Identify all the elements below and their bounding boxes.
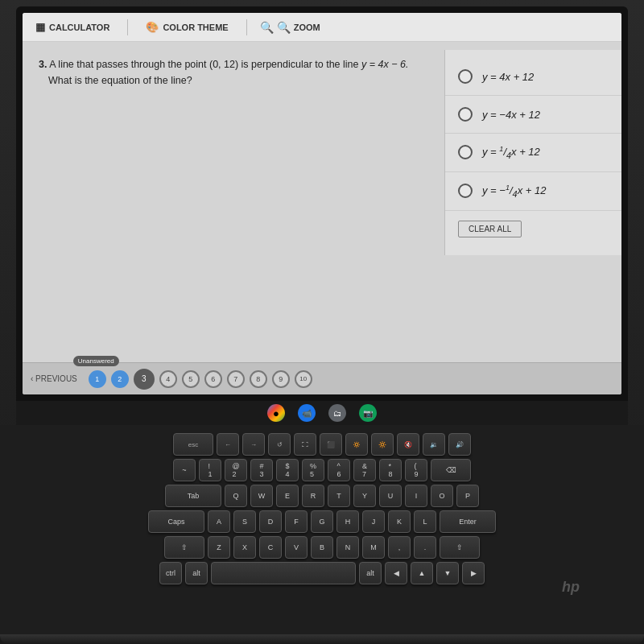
key-1[interactable]: !1 bbox=[199, 459, 221, 481]
key-enter[interactable]: Enter bbox=[440, 510, 496, 533]
nav-dot-3[interactable]: 3 bbox=[134, 369, 155, 390]
key-2[interactable]: @2 bbox=[225, 459, 247, 481]
calculator-button[interactable]: ▦ CALCULATOR bbox=[31, 18, 114, 36]
radio-b[interactable] bbox=[458, 107, 473, 122]
key-r[interactable]: R bbox=[302, 485, 324, 507]
key-back[interactable]: ← bbox=[217, 433, 239, 456]
key-v[interactable]: V bbox=[285, 536, 308, 559]
key-period[interactable]: . bbox=[414, 536, 436, 559]
key-7[interactable]: &7 bbox=[353, 459, 376, 481]
key-3[interactable]: #3 bbox=[250, 459, 273, 481]
key-refresh[interactable]: ↺ bbox=[268, 433, 291, 456]
main-content: 3. A line that passes through the point … bbox=[23, 42, 621, 394]
key-arrow-down[interactable]: ▼ bbox=[436, 562, 459, 584]
key-esc[interactable]: esc bbox=[173, 433, 213, 456]
key-q[interactable]: Q bbox=[225, 485, 247, 507]
key-tab[interactable]: Tab bbox=[165, 485, 221, 507]
key-h[interactable]: H bbox=[336, 510, 359, 533]
nav-dot-8[interactable]: 8 bbox=[250, 370, 267, 388]
key-ctrl[interactable]: ctrl bbox=[159, 562, 182, 584]
choice-b[interactable]: y = −4x + 12 bbox=[445, 96, 621, 134]
key-tilde[interactable]: ~ bbox=[173, 459, 196, 481]
choice-a-text: y = 4x + 12 bbox=[482, 71, 534, 83]
key-arrow-left[interactable]: ◀ bbox=[385, 562, 407, 584]
key-z[interactable]: Z bbox=[208, 536, 230, 559]
key-fullscreen[interactable]: ⛶ bbox=[294, 433, 316, 456]
key-n[interactable]: N bbox=[336, 536, 359, 559]
key-space[interactable] bbox=[211, 562, 356, 584]
key-arrow-right[interactable]: ▶ bbox=[462, 562, 485, 584]
key-comma[interactable]: , bbox=[388, 536, 411, 559]
key-k[interactable]: K bbox=[388, 510, 411, 533]
nav-dot-2[interactable]: 2 bbox=[111, 370, 129, 388]
key-y[interactable]: Y bbox=[353, 485, 376, 507]
radio-d[interactable] bbox=[458, 184, 473, 198]
files-icon[interactable]: 🗂 bbox=[328, 404, 346, 422]
key-bright-down[interactable]: 🔅 bbox=[345, 433, 368, 456]
key-shift-left[interactable]: ⇧ bbox=[164, 536, 204, 559]
key-8[interactable]: *8 bbox=[379, 459, 402, 481]
key-e[interactable]: E bbox=[276, 485, 299, 507]
nav-dot-1[interactable]: 1 bbox=[89, 370, 106, 388]
chrome-icon[interactable]: ● bbox=[267, 404, 285, 422]
key-c[interactable]: C bbox=[259, 536, 282, 559]
key-6[interactable]: ^6 bbox=[328, 459, 350, 481]
question-body: A line that passes through the point (0,… bbox=[49, 59, 408, 70]
radio-c[interactable] bbox=[458, 145, 473, 159]
key-p[interactable]: P bbox=[456, 485, 479, 507]
nav-dot-5[interactable]: 5 bbox=[182, 370, 200, 388]
key-shift-right[interactable]: ⇧ bbox=[440, 536, 480, 559]
key-mute[interactable]: 🔇 bbox=[397, 433, 419, 456]
key-a[interactable]: A bbox=[208, 510, 230, 533]
key-bright-up[interactable]: 🔆 bbox=[371, 433, 394, 456]
key-t[interactable]: T bbox=[328, 485, 350, 507]
key-x[interactable]: X bbox=[233, 536, 256, 559]
key-4[interactable]: $4 bbox=[276, 459, 299, 481]
nav-dot-10[interactable]: 10 bbox=[295, 370, 312, 388]
key-windows[interactable]: ⬛ bbox=[320, 433, 342, 456]
previous-button[interactable]: ‹ PREVIOUS bbox=[31, 374, 77, 383]
key-alt-right[interactable]: alt bbox=[359, 562, 382, 584]
choice-d[interactable]: y = −1/4x + 12 bbox=[445, 172, 621, 211]
key-j[interactable]: J bbox=[362, 510, 385, 533]
question-number: 3. bbox=[39, 59, 47, 70]
key-fwd[interactable]: → bbox=[242, 433, 265, 456]
zoom-out-icon[interactable]: 🔍 bbox=[260, 21, 274, 34]
nav-dot-3-container: Unanswered 1 bbox=[89, 370, 106, 388]
key-caps[interactable]: Caps bbox=[148, 510, 204, 533]
key-d[interactable]: D bbox=[259, 510, 282, 533]
key-i[interactable]: I bbox=[405, 485, 427, 507]
key-m[interactable]: M bbox=[362, 536, 385, 559]
radio-a[interactable] bbox=[458, 69, 473, 84]
nav-dot-4[interactable]: 4 bbox=[159, 370, 177, 388]
key-w[interactable]: W bbox=[250, 485, 273, 507]
nav-dot-7[interactable]: 7 bbox=[227, 370, 245, 388]
key-backspace[interactable]: ⌫ bbox=[431, 459, 471, 481]
key-9[interactable]: (9 bbox=[405, 459, 427, 481]
nav-dot-6[interactable]: 6 bbox=[204, 370, 222, 388]
keyboard-area: esc ← → ↺ ⛶ ⬛ 🔅 🔆 🔇 🔉 🔊 ~ !1 @2 #3 $4 %5… bbox=[0, 425, 644, 634]
key-o[interactable]: O bbox=[431, 485, 453, 507]
cam-icon[interactable]: 📷 bbox=[359, 404, 377, 422]
key-s[interactable]: S bbox=[233, 510, 256, 533]
key-alt[interactable]: alt bbox=[185, 562, 208, 584]
toolbar: ▦ CALCULATOR 🎨 COLOR THEME 🔍 🔍 ZOOM bbox=[23, 13, 621, 42]
nav-dot-9[interactable]: 9 bbox=[272, 370, 290, 388]
zoom-in-icon[interactable]: 🔍 bbox=[277, 21, 291, 34]
key-vol-up[interactable]: 🔊 bbox=[448, 433, 471, 456]
key-vol-down[interactable]: 🔉 bbox=[423, 433, 445, 456]
key-arrow-up[interactable]: ▲ bbox=[411, 562, 433, 584]
meet-icon[interactable]: 📹 bbox=[298, 404, 316, 422]
choice-a[interactable]: y = 4x + 12 bbox=[445, 58, 621, 96]
color-theme-button[interactable]: 🎨 COLOR THEME bbox=[141, 18, 233, 36]
choice-c[interactable]: y = 1/4x + 12 bbox=[445, 134, 621, 172]
clear-all-button[interactable]: CLEAR ALL bbox=[458, 221, 522, 237]
key-u[interactable]: U bbox=[379, 485, 402, 507]
key-l[interactable]: L bbox=[414, 510, 436, 533]
key-g[interactable]: G bbox=[311, 510, 333, 533]
key-f[interactable]: F bbox=[285, 510, 308, 533]
key-b[interactable]: B bbox=[311, 536, 333, 559]
key-5[interactable]: %5 bbox=[302, 459, 324, 481]
keyboard-row-fn: esc ← → ↺ ⛶ ⬛ 🔅 🔆 🔇 🔉 🔊 bbox=[173, 433, 471, 456]
choice-d-text: y = −1/4x + 12 bbox=[482, 184, 546, 199]
